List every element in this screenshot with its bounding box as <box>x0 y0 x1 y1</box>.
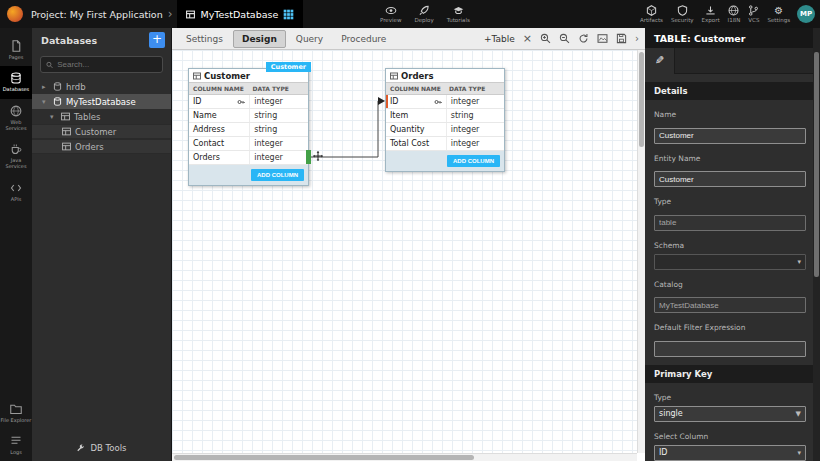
rail-item-logs[interactable]: Logs <box>0 429 32 461</box>
i18n-button[interactable]: I18N <box>728 0 741 28</box>
entity-card-orders[interactable]: Orders COLUMN NAME DATA TYPE ID integer … <box>385 68 505 172</box>
tree-item-mytestdatabase[interactable]: ▾ MyTestDatabase <box>32 94 171 109</box>
edit-tab[interactable]: ✎ <box>645 48 675 74</box>
table-row[interactable]: Name string <box>189 109 308 123</box>
zoom-out-icon[interactable] <box>559 33 570 44</box>
entity-card-customer[interactable]: Customer Customer COLUMN NAME DATA TYPE … <box>188 68 309 186</box>
rail-item-java-services[interactable]: Java Services <box>0 137 32 176</box>
tree-item-hrdb[interactable]: ▸ hrdb <box>32 79 171 94</box>
pk-type-field: Type single ▼ <box>654 393 806 422</box>
key-icon <box>237 98 245 106</box>
rail-item-pages[interactable]: Pages <box>0 34 32 66</box>
table-row[interactable]: Contact integer <box>189 137 308 151</box>
column-name: Contact <box>193 139 224 148</box>
sidebar-search[interactable] <box>40 56 163 73</box>
table-row[interactable]: Item string <box>386 109 504 123</box>
export-button[interactable]: Export <box>702 0 720 28</box>
default-filter-input[interactable] <box>654 341 806 357</box>
scrollbar-thumb[interactable] <box>639 52 644 147</box>
inspector-title: TABLE: Customer <box>645 28 820 48</box>
column-type: integer <box>249 151 308 164</box>
table-icon <box>62 127 71 136</box>
database-tab[interactable]: MyTestDatabase <box>177 0 303 28</box>
tab-procedure[interactable]: Procedure <box>333 31 394 47</box>
snapshot-icon[interactable] <box>597 33 608 44</box>
pk-type-label: Type <box>654 393 806 402</box>
tab-design[interactable]: Design <box>233 30 286 48</box>
settings-label: Settings <box>767 17 790 23</box>
artifacts-button[interactable]: Artifacts <box>640 0 663 28</box>
pencil-icon: ✎ <box>655 54 664 67</box>
pk-type-select[interactable]: single ▼ <box>654 406 806 422</box>
user-avatar[interactable]: MP <box>797 5 815 23</box>
app-root: Project: My First Application › MyTestDa… <box>0 0 820 461</box>
name-input[interactable] <box>654 128 806 144</box>
tab-query[interactable]: Query <box>288 31 331 47</box>
table-row[interactable]: Address string <box>189 123 308 137</box>
app-logo-icon[interactable] <box>7 6 23 22</box>
relationship-handle[interactable] <box>306 150 311 164</box>
db-tools-button[interactable]: DB Tools <box>32 443 171 453</box>
tab-settings[interactable]: Settings <box>178 31 231 47</box>
project-name[interactable]: Project: My First Application <box>31 9 163 20</box>
apps-grid-icon[interactable] <box>283 9 294 20</box>
tree-item-customer[interactable]: Customer <box>32 124 171 139</box>
rail-item-web-services[interactable]: Web Services <box>0 99 32 138</box>
entity-title-bar[interactable]: Orders <box>386 69 504 83</box>
tree-item-tables[interactable]: ▾ Tables <box>32 109 171 124</box>
rail-item-file-explorer[interactable]: File Explorer <box>0 397 32 429</box>
table-row[interactable]: Quantity integer <box>386 123 504 137</box>
rail-label: Java Services <box>0 157 32 170</box>
security-button[interactable]: Security <box>671 0 694 28</box>
zoom-in-icon[interactable] <box>540 33 551 44</box>
chevron-right-icon: ▸ <box>42 83 49 91</box>
rail-item-databases[interactable]: Databases <box>0 66 32 98</box>
settings-button[interactable]: ⚙ Settings <box>767 0 790 28</box>
details-section-header: Details <box>645 82 820 100</box>
table-row[interactable]: Orders integer <box>189 151 308 165</box>
save-icon[interactable] <box>616 33 627 44</box>
select-column-select[interactable]: ID ▾ <box>654 445 806 461</box>
db-tools-label: DB Tools <box>90 443 126 453</box>
select-column-field: Select Column ID ▾ <box>654 432 806 461</box>
rail-item-apis[interactable]: APIs <box>0 176 32 208</box>
add-database-button[interactable]: + <box>149 32 165 48</box>
column-type: string <box>249 123 308 136</box>
search-input[interactable] <box>57 60 157 69</box>
canvas-horizontal-scrollbar[interactable] <box>172 453 637 461</box>
table-row[interactable]: Total Cost integer <box>386 137 504 151</box>
table-icon <box>390 72 398 80</box>
col-header-type: DATA TYPE <box>249 83 309 94</box>
default-filter-label: Default Filter Expression <box>654 323 806 332</box>
delete-icon[interactable]: × <box>523 33 532 44</box>
inspector-scrollbar[interactable] <box>813 28 820 461</box>
entity-name-field: Entity Name <box>654 154 806 188</box>
workspace: Settings Design Query Procedure +Table ×… <box>172 28 645 461</box>
schema-select: ▾ <box>654 254 806 270</box>
table-icon <box>62 142 71 151</box>
canvas-vertical-scrollbar[interactable] <box>637 50 645 453</box>
add-table-button[interactable]: +Table <box>484 34 515 44</box>
table-row[interactable]: ID integer <box>386 95 504 109</box>
add-column-button[interactable]: ADD COLUMN <box>447 155 500 167</box>
entity-name-input[interactable] <box>654 171 806 187</box>
overflow-chevron-icon[interactable]: › <box>635 33 639 44</box>
preview-button[interactable]: Preview <box>380 0 401 28</box>
database-icon <box>10 72 22 84</box>
scrollbar-thumb[interactable] <box>814 52 819 277</box>
col-header-type: DATA TYPE <box>445 83 504 94</box>
scrollbar-thumb[interactable] <box>174 455 474 460</box>
vcs-button[interactable]: VCS <box>748 0 759 28</box>
refresh-icon[interactable] <box>578 33 589 44</box>
tree-item-label: Orders <box>75 142 104 152</box>
add-column-button[interactable]: ADD COLUMN <box>251 169 304 181</box>
entity-name-label: Entity Name <box>654 154 806 163</box>
chevron-down-icon: ▾ <box>797 258 801 266</box>
tree-item-orders[interactable]: Orders <box>32 139 171 154</box>
deploy-button[interactable]: Deploy <box>414 0 433 28</box>
cube-icon <box>646 5 657 16</box>
table-row[interactable]: ID integer <box>189 95 308 109</box>
chevron-down-icon: ▼ <box>796 410 801 418</box>
tutorials-button[interactable]: Tutorials <box>447 0 470 28</box>
design-canvas[interactable]: Customer Customer COLUMN NAME DATA TYPE … <box>172 50 637 453</box>
